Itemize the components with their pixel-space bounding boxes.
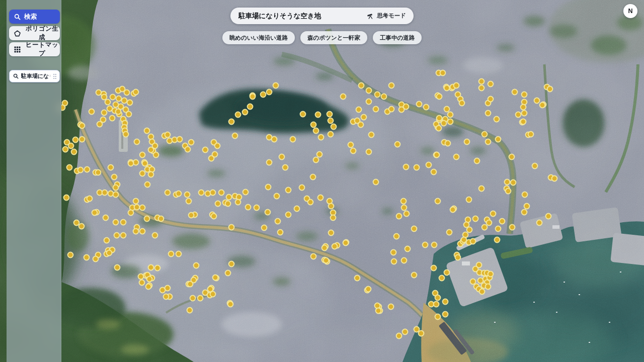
map-marker[interactable] xyxy=(73,137,78,143)
map-marker[interactable] xyxy=(261,92,266,98)
map-marker[interactable] xyxy=(404,164,409,170)
map-marker[interactable] xyxy=(78,167,84,173)
map-marker[interactable] xyxy=(331,215,336,221)
map-marker[interactable] xyxy=(488,81,494,87)
map-marker[interactable] xyxy=(67,165,72,170)
map-marker[interactable] xyxy=(434,152,440,158)
map-marker[interactable] xyxy=(104,238,110,243)
map-marker[interactable] xyxy=(355,276,360,281)
map-marker[interactable] xyxy=(444,85,450,91)
map-marker[interactable] xyxy=(123,132,129,137)
map-marker[interactable] xyxy=(133,89,139,95)
map-marker[interactable] xyxy=(266,185,271,190)
map-marker[interactable] xyxy=(521,105,526,110)
map-marker[interactable] xyxy=(313,157,319,163)
map-marker[interactable] xyxy=(275,219,281,224)
map-marker[interactable] xyxy=(145,182,150,188)
map-marker[interactable] xyxy=(437,116,442,121)
map-marker[interactable] xyxy=(177,137,183,142)
map-marker[interactable] xyxy=(199,190,204,196)
map-marker[interactable] xyxy=(85,167,90,172)
map-marker[interactable] xyxy=(537,220,542,226)
map-marker[interactable] xyxy=(522,100,527,105)
map-marker[interactable] xyxy=(211,214,217,219)
map-marker[interactable] xyxy=(327,112,333,117)
map-marker[interactable] xyxy=(140,152,145,158)
map-marker[interactable] xyxy=(467,227,472,233)
map-marker[interactable] xyxy=(105,100,111,105)
map-marker[interactable] xyxy=(540,103,545,108)
map-marker[interactable] xyxy=(404,211,410,217)
map-marker[interactable] xyxy=(444,107,450,112)
layer-chip-parking-search[interactable]: 駐車場になり... xyxy=(9,70,60,82)
map-marker[interactable] xyxy=(148,134,154,140)
map-marker[interactable] xyxy=(546,214,551,219)
map-marker[interactable] xyxy=(479,79,485,84)
map-marker[interactable] xyxy=(210,190,216,196)
map-marker[interactable] xyxy=(169,251,174,257)
map-marker[interactable] xyxy=(114,233,120,238)
map-marker[interactable] xyxy=(84,255,90,260)
map-marker[interactable] xyxy=(107,250,112,256)
map-marker[interactable] xyxy=(147,277,152,282)
map-marker[interactable] xyxy=(152,233,158,238)
map-marker[interactable] xyxy=(232,133,238,139)
map-marker[interactable] xyxy=(215,143,220,149)
map-marker[interactable] xyxy=(149,167,155,172)
map-marker[interactable] xyxy=(74,220,79,226)
map-marker[interactable] xyxy=(115,265,120,270)
map-marker[interactable] xyxy=(248,104,253,110)
map-marker[interactable] xyxy=(454,154,459,160)
map-marker[interactable] xyxy=(361,115,367,120)
map-marker[interactable] xyxy=(112,174,117,180)
map-marker[interactable] xyxy=(391,250,396,255)
map-marker[interactable] xyxy=(444,270,450,276)
map-marker[interactable] xyxy=(448,112,453,118)
map-marker[interactable] xyxy=(110,116,115,121)
map-marker[interactable] xyxy=(110,95,116,100)
map-marker[interactable] xyxy=(122,98,127,104)
map-marker[interactable] xyxy=(134,139,140,145)
map-marker[interactable] xyxy=(495,237,500,243)
map-marker[interactable] xyxy=(511,180,516,186)
map-marker[interactable] xyxy=(153,152,159,158)
map-marker[interactable] xyxy=(394,234,399,239)
map-marker[interactable] xyxy=(470,239,476,244)
map-marker[interactable] xyxy=(128,210,134,216)
map-marker[interactable] xyxy=(435,199,441,204)
map-marker[interactable] xyxy=(488,272,494,277)
map-marker[interactable] xyxy=(488,97,494,102)
map-marker[interactable] xyxy=(331,124,337,130)
map-marker[interactable] xyxy=(373,179,379,185)
map-marker[interactable] xyxy=(187,308,193,313)
map-marker[interactable] xyxy=(190,296,196,301)
map-marker[interactable] xyxy=(366,149,372,155)
map-marker[interactable] xyxy=(391,259,397,264)
map-marker[interactable] xyxy=(208,287,213,292)
map-marker[interactable] xyxy=(140,229,145,234)
map-marker[interactable] xyxy=(144,128,150,134)
sidebar-item-search[interactable]: 検索 xyxy=(9,10,60,24)
map-marker[interactable] xyxy=(142,161,148,166)
map-marker[interactable] xyxy=(228,302,233,307)
map-marker[interactable] xyxy=(279,154,285,160)
map-marker[interactable] xyxy=(396,333,402,339)
map-marker[interactable] xyxy=(139,280,145,286)
map-marker[interactable] xyxy=(128,161,134,166)
map-marker[interactable] xyxy=(466,197,472,203)
map-marker[interactable] xyxy=(322,245,328,251)
map-marker[interactable] xyxy=(439,276,445,281)
map-marker[interactable] xyxy=(158,216,164,222)
map-marker[interactable] xyxy=(328,132,334,137)
map-marker[interactable] xyxy=(254,205,260,211)
map-marker[interactable] xyxy=(431,265,437,271)
map-marker[interactable] xyxy=(401,205,407,211)
map-marker[interactable] xyxy=(165,132,171,138)
map-marker[interactable] xyxy=(246,205,251,210)
map-marker[interactable] xyxy=(283,165,288,170)
suggestion-chip-coast-road[interactable]: 眺めのいい海沿い道路 xyxy=(222,31,295,44)
map-marker[interactable] xyxy=(366,99,372,105)
map-marker[interactable] xyxy=(127,100,133,106)
map-marker[interactable] xyxy=(274,194,280,199)
map-marker[interactable] xyxy=(219,190,224,196)
